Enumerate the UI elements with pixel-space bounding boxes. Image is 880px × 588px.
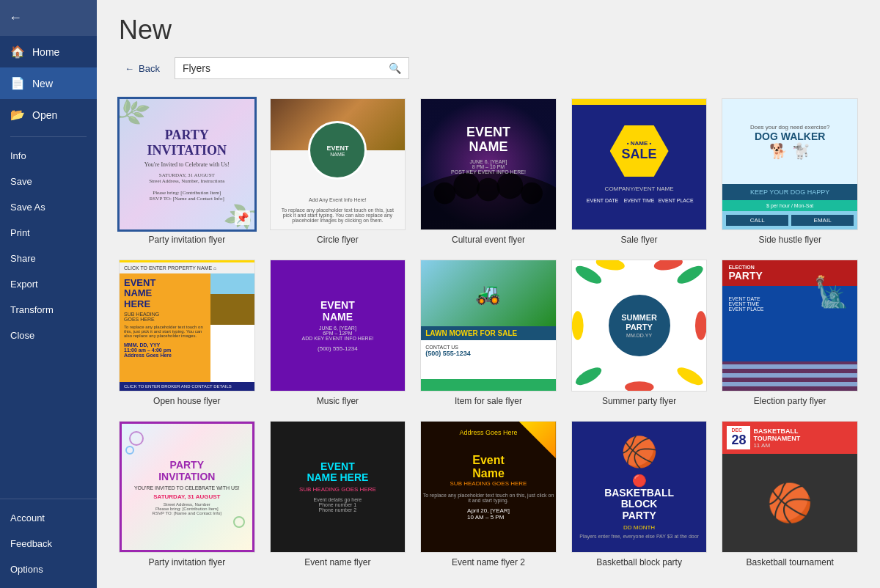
cultural-details: JUNE 6, [YEAR]8 PM – 10 PMPOST KEY EVENT…	[451, 159, 526, 174]
template-thumb-event-gold[interactable]: Address Goes Here EventName SUB HEADING …	[420, 421, 557, 553]
svg-point-8	[653, 260, 683, 272]
template-label-item-sale: Item for sale flyer	[455, 396, 522, 406]
event-label: EVENT	[326, 144, 348, 152]
event-gold-body: To replace any placeholder text touch on…	[421, 493, 556, 503]
election-ep: ELECTION	[728, 265, 851, 270]
bball-tourn-title: BASKETBALLTOURNAMENT	[753, 427, 853, 442]
template-cultural[interactable]: EVENTNAME JUNE 6, [YEAR]8 PM – 10 PMPOST…	[420, 98, 557, 245]
sidebar-menu-transform[interactable]: Transform	[0, 297, 97, 323]
party2-sub: YOU'RE INVITED TO CELEBRATE WITH US!	[134, 485, 240, 490]
sidebar-feedback[interactable]: Feedback	[0, 531, 97, 556]
template-label-party-invite: Party invitation flyer	[148, 235, 225, 245]
sidebar-menu-print[interactable]: Print	[0, 220, 97, 246]
sidebar-options[interactable]: Options	[0, 556, 97, 582]
bball-block-design: 🏀 🔴 BASKETBALLBLOCKPARTY DD MONTH Player…	[572, 422, 707, 552]
template-party2[interactable]: PARTYINVITATION YOU'RE INVITED TO CELEBR…	[119, 421, 255, 567]
search-input[interactable]	[183, 62, 389, 74]
template-thumb-party-invite[interactable]: 🌿 PARTYINVITATION You're Invited to Cele…	[119, 98, 255, 230]
template-event-neon[interactable]: EVENTNAME HERE SUB HEADING GOES HERE Eve…	[270, 421, 406, 567]
sidebar-item-open[interactable]: 📂 Open	[0, 99, 97, 131]
pin-icon[interactable]: 📌	[235, 210, 250, 225]
party2-details: Street Address, NumberPlease bring: [Con…	[134, 502, 240, 515]
search-icon[interactable]: 🔍	[389, 62, 401, 74]
template-label-event-gold: Event name flyer 2	[452, 557, 525, 567]
template-open-house[interactable]: CLICK TO ENTER PROPERTY NAME ⌂ EVENTNAME…	[119, 260, 255, 406]
template-thumb-party2[interactable]: PARTYINVITATION YOU'RE INVITED TO CELEBR…	[119, 421, 255, 553]
main-header: New ← Back 🔍	[97, 0, 880, 87]
event-gold-date: April 20, [YEAR]10 AM – 5 PM	[467, 507, 510, 521]
templates-grid: 🌿 PARTYINVITATION You're Invited to Cele…	[119, 98, 858, 567]
svg-point-6	[573, 262, 604, 287]
template-basketball-block[interactable]: 🏀 🔴 BASKETBALLBLOCKPARTY DD MONTH Player…	[571, 421, 708, 567]
template-thumb-item-sale[interactable]: 🚜 LAWN MOWER FOR SALE CONTACT US (500) 5…	[420, 260, 557, 392]
open-house-body: To replace any placeholder text touch on…	[124, 325, 206, 338]
event-neon-sub: SUB HEADING GOES HERE	[299, 486, 376, 493]
toolbar: ← Back 🔍	[119, 57, 858, 79]
template-event-gold[interactable]: Address Goes Here EventName SUB HEADING …	[420, 421, 557, 567]
sidebar-back-button[interactable]: ←	[0, 0, 97, 36]
template-thumb-music[interactable]: ♪ EVENTNAME JUNE 6, [YEAR]6PM – 12PMADD …	[270, 260, 406, 392]
template-election[interactable]: ELECTION PARTY 🗽 EVENT DATE EVENT TIME E…	[722, 260, 858, 406]
template-label-music: Music flyer	[317, 396, 359, 406]
bball-block-title: BASKETBALLBLOCKPARTY	[604, 488, 674, 521]
open-house-right	[210, 273, 254, 382]
basketball-tourn-icon: 🏀	[767, 482, 813, 524]
call-button: CALL	[725, 214, 789, 227]
bball-tourn-design: DEC 28 BASKETBALLTOURNAMENT 11 AM 🏀	[722, 422, 857, 552]
bball-tourn-header: DEC 28 BASKETBALLTOURNAMENT 11 AM	[722, 422, 857, 454]
template-dog-walker[interactable]: Does your dog need exercise? DOG WALKER …	[722, 98, 858, 245]
party-invite-title: PARTYINVITATION	[147, 128, 227, 158]
sidebar-menu-info[interactable]: Info	[0, 143, 97, 169]
template-thumb-bball-block[interactable]: 🏀 🔴 BASKETBALLBLOCKPARTY DD MONTH Player…	[571, 421, 708, 553]
party2-design: PARTYINVITATION YOU'RE INVITED TO CELEBR…	[120, 422, 254, 552]
search-bar: 🔍	[175, 57, 409, 79]
sidebar-menu-save[interactable]: Save	[0, 169, 97, 194]
template-thumb-circle[interactable]: EVENT NAME Add Any Event Info Here!To re…	[270, 98, 406, 230]
svg-point-10	[572, 311, 584, 340]
template-thumb-open-house[interactable]: CLICK TO ENTER PROPERTY NAME ⌂ EVENTNAME…	[119, 260, 255, 392]
party2-content: PARTYINVITATION YOU'RE INVITED TO CELEBR…	[134, 459, 240, 515]
statue-icon: 🗽	[813, 275, 850, 309]
back-button[interactable]: ← Back	[119, 60, 166, 77]
sale-design: • NAME • SALE COMPANY/EVENT NAME EVENT D…	[572, 99, 707, 229]
sidebar-item-home[interactable]: 🏠 Home	[0, 36, 97, 67]
sidebar-menu-share[interactable]: Share	[0, 246, 97, 271]
dog-walker-design: Does your dog need exercise? DOG WALKER …	[722, 99, 857, 229]
party2-title: PARTYINVITATION	[134, 459, 240, 482]
sidebar-item-new[interactable]: 📄 New	[0, 67, 97, 99]
sidebar-account[interactable]: Account	[0, 505, 97, 531]
template-circle-flyer[interactable]: EVENT NAME Add Any Event Info Here!To re…	[270, 98, 406, 245]
sidebar-menu-close[interactable]: Close	[0, 323, 97, 348]
template-basketball-tourn[interactable]: DEC 28 BASKETBALLTOURNAMENT 11 AM 🏀	[722, 421, 858, 567]
dog-walker-title: DOG WALKER	[755, 131, 825, 142]
template-label-cultural: Cultural event flyer	[452, 235, 525, 245]
template-summer-party[interactable]: SUMMERPARTY MM.DD.YY Summer party flyer	[571, 260, 708, 406]
open-house-design: CLICK TO ENTER PROPERTY NAME ⌂ EVENTNAME…	[120, 260, 254, 391]
bball-block-sub: DD MONTH	[623, 524, 655, 531]
sidebar-menu-export[interactable]: Export	[0, 271, 97, 297]
sidebar-menu-save-as[interactable]: Save As	[0, 194, 97, 220]
template-label-party2: Party invitation flyer	[148, 557, 225, 567]
table-header-1: EVENT DATE	[584, 198, 620, 203]
template-thumb-summer[interactable]: SUMMERPARTY MM.DD.YY	[571, 260, 708, 392]
sidebar-home-label: Home	[32, 46, 59, 58]
template-music[interactable]: ♪ EVENTNAME JUNE 6, [YEAR]6PM – 12PMADD …	[270, 260, 406, 406]
item-sale-title: LAWN MOWER FOR SALE	[425, 329, 551, 337]
template-sale[interactable]: • NAME • SALE COMPANY/EVENT NAME EVENT D…	[571, 98, 708, 245]
bball-block-detail: Players enter free, everyone else PAY $3…	[579, 534, 699, 539]
template-thumb-sale[interactable]: • NAME • SALE COMPANY/EVENT NAME EVENT D…	[571, 98, 708, 230]
basketball-icon: 🏀	[621, 435, 658, 469]
template-thumb-election[interactable]: ELECTION PARTY 🗽 EVENT DATE EVENT TIME E…	[722, 260, 858, 392]
template-item-sale[interactable]: 🚜 LAWN MOWER FOR SALE CONTACT US (500) 5…	[420, 260, 557, 406]
cultural-text: EVENTNAME JUNE 6, [YEAR]8 PM – 10 PMPOST…	[439, 114, 538, 186]
template-thumb-event-neon[interactable]: EVENTNAME HERE SUB HEADING GOES HERE Eve…	[270, 421, 406, 553]
name-label: NAME	[330, 152, 345, 157]
template-party-invite[interactable]: 🌿 PARTYINVITATION You're Invited to Cele…	[119, 98, 255, 245]
open-house-main: EVENTNAMEHERE SUB HEADINGGOES HERE To re…	[120, 273, 254, 382]
open-house-title: EVENTNAMEHERE	[124, 278, 206, 309]
question-text: Does your dog need exercise?	[750, 124, 830, 131]
template-thumb-dog-walker[interactable]: Does your dog need exercise? DOG WALKER …	[722, 98, 858, 230]
template-thumb-bball-tourn[interactable]: DEC 28 BASKETBALLTOURNAMENT 11 AM 🏀	[722, 421, 858, 553]
template-thumb-cultural[interactable]: EVENTNAME JUNE 6, [YEAR]8 PM – 10 PMPOST…	[420, 98, 557, 230]
template-label-dog-walker: Side hustle flyer	[759, 235, 821, 245]
